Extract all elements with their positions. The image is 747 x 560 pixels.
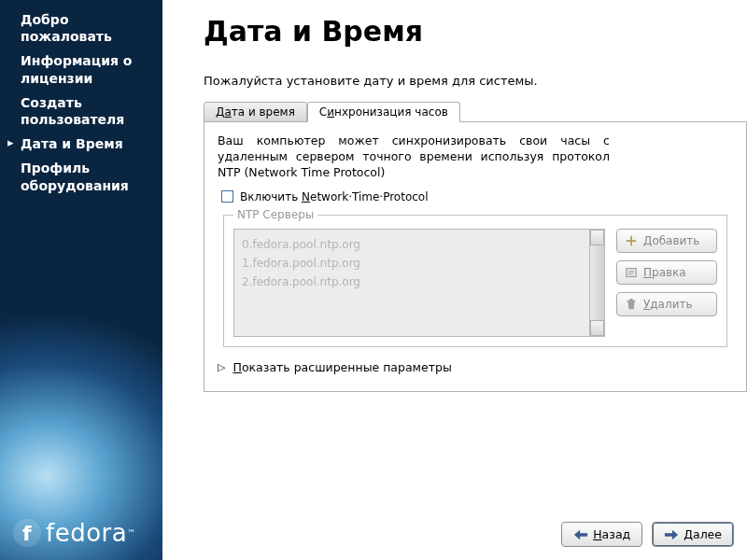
list-item[interactable]: 1.fedora.pool.ntp.org [242, 254, 597, 273]
plus-icon [625, 234, 638, 247]
arrow-left-icon [573, 528, 588, 541]
add-button[interactable]: Добавить [616, 229, 717, 253]
fedora-logo: f fedora™ [13, 519, 136, 547]
ntp-servers-legend: NTP Серверы [233, 208, 317, 221]
next-button[interactable]: Далее [652, 522, 734, 547]
ntp-servers-list[interactable]: 0.fedora.pool.ntp.org 1.fedora.pool.ntp.… [233, 229, 605, 337]
tabs: Дата и время Синхронизация часов [204, 101, 747, 121]
enable-ntp-checkbox[interactable] [221, 190, 233, 203]
tab-date-time[interactable]: Дата и время [204, 102, 307, 122]
ntp-servers-fieldset: NTP Серверы 0.fedora.pool.ntp.org 1.fedo… [223, 215, 727, 347]
sidebar-item-hardware-profile[interactable]: Профиль оборудования [0, 156, 162, 197]
advanced-options-expander[interactable]: ▷ Показать расширенные параметры [218, 360, 733, 374]
enable-ntp-label: Включить Network·Time·Protocol [240, 190, 429, 203]
fedora-logo-icon: f [13, 519, 41, 547]
tab-sync-clocks[interactable]: Синхронизация часов [307, 102, 460, 122]
list-item[interactable]: 2.fedora.pool.ntp.org [242, 273, 597, 291]
ntp-description: Ваш компьютер может синхронизировать сво… [218, 133, 610, 181]
chevron-right-icon: ▷ [218, 361, 225, 373]
back-button[interactable]: Назад [561, 522, 642, 547]
footer-buttons: Назад Далее [561, 522, 734, 547]
trash-icon [625, 298, 638, 311]
list-item[interactable]: 0.fedora.pool.ntp.org [242, 235, 597, 254]
sidebar: Добро пожаловать Информация о лицензии С… [0, 0, 162, 560]
page-title: Дата и Время [204, 15, 747, 48]
delete-button[interactable]: Удалить [616, 292, 717, 316]
arrow-right-icon [664, 528, 679, 541]
edit-button[interactable]: Правка [616, 260, 717, 285]
sidebar-item-license[interactable]: Информация о лицензии [0, 49, 162, 90]
sidebar-item-welcome[interactable]: Добро пожаловать [0, 7, 162, 49]
sidebar-item-date-time[interactable]: Дата и Время [0, 132, 162, 156]
edit-icon [625, 266, 638, 279]
scrollbar[interactable] [589, 230, 604, 336]
page-intro: Пожалуйста установите дату и время для с… [204, 74, 747, 88]
tab-panel: Ваш компьютер может синхронизировать сво… [204, 121, 747, 392]
main-content: Дата и Время Пожалуйста установите дату … [162, 0, 747, 560]
sidebar-item-create-user[interactable]: Создать пользователя [0, 91, 162, 132]
